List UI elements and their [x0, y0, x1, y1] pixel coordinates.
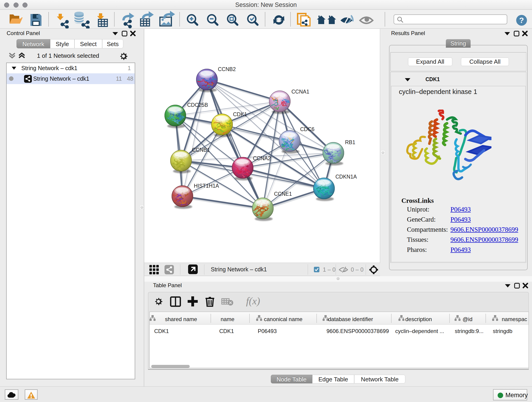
- svg-text:CCNA2: CCNA2: [253, 155, 271, 161]
- svg-text:9606.ENSP00000378699: 9606.ENSP00000378699: [326, 328, 389, 334]
- svg-text:CDK1: CDK1: [233, 111, 247, 117]
- svg-text:namespac: namespac: [502, 316, 527, 322]
- svg-text:P06493: P06493: [258, 328, 277, 334]
- svg-text:name: name: [221, 316, 234, 322]
- svg-text:CCNB2: CCNB2: [218, 66, 236, 72]
- svg-text:CCNA1: CCNA1: [291, 89, 309, 95]
- svg-text:@id: @id: [462, 316, 472, 322]
- svg-text:RB1: RB1: [345, 139, 355, 145]
- svg-text:stringdb:9...: stringdb:9...: [455, 328, 483, 334]
- svg-text:CDK1: CDK1: [219, 328, 234, 334]
- svg-text:CCNB1: CCNB1: [192, 147, 210, 153]
- svg-text:CDC25B: CDC25B: [187, 102, 208, 108]
- svg-text:CDC6: CDC6: [300, 126, 315, 132]
- svg-text:database identifier: database identifier: [328, 316, 373, 322]
- svg-text:CDKN1A: CDKN1A: [336, 174, 357, 180]
- svg-text:description: description: [405, 316, 432, 322]
- svg-text:HIST1H1A: HIST1H1A: [194, 183, 219, 189]
- svg-text:shared name: shared name: [165, 316, 197, 322]
- svg-text:canonical name: canonical name: [264, 316, 302, 322]
- svg-text:CDK1: CDK1: [154, 328, 169, 334]
- svg-text:f(x): f(x): [246, 295, 260, 307]
- svg-text:cyclin–dependent ...: cyclin–dependent ...: [395, 328, 444, 334]
- svg-text:stringdb: stringdb: [493, 328, 512, 334]
- svg-text:CCNE1: CCNE1: [274, 191, 292, 197]
